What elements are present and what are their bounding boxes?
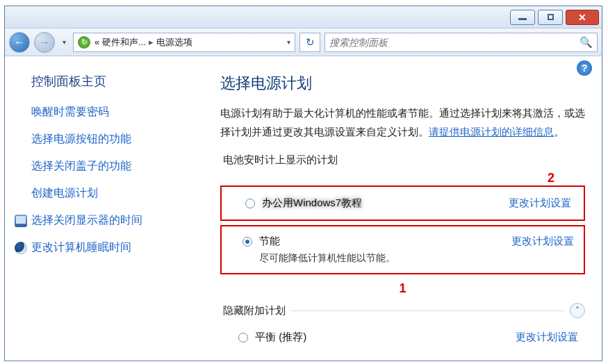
nav-toolbar: ← → ▾ « 硬件和声... ▸ 电源选项 ▾ ↻ 🔍 xyxy=(5,28,602,56)
maximize-button[interactable] xyxy=(538,10,563,25)
desc-period: 。 xyxy=(554,126,564,138)
sidebar-item-create-plan[interactable]: 创建电源计划 xyxy=(31,186,204,201)
sidebar: 控制面板主页 唤醒时需要密码 选择电源按钮的功能 选择关闭盖子的功能 创建电源计… xyxy=(5,56,213,361)
minimize-button[interactable] xyxy=(510,10,535,25)
plan-name-0[interactable]: 办公用Windows7教程 xyxy=(262,197,500,210)
moon-icon xyxy=(15,242,27,254)
breadcrumb-level2[interactable]: 电源选项 xyxy=(156,36,192,49)
annotation-1: 1 xyxy=(220,281,585,296)
arrow-left-icon: ← xyxy=(14,36,25,49)
arrow-right-icon: → xyxy=(39,36,50,49)
plan-name-1[interactable]: 节能 xyxy=(259,235,503,248)
change-plan-link-1[interactable]: 更改计划设置 xyxy=(511,235,574,248)
sidebar-item-password[interactable]: 唤醒时需要密码 xyxy=(31,105,204,119)
plan-desc-1: 尽可能降低计算机性能以节能。 xyxy=(259,252,503,265)
close-button[interactable]: ✕ xyxy=(566,10,599,25)
plan-row-2: 平衡 (推荐) 更改计划设置 xyxy=(220,325,585,349)
back-button[interactable]: ← xyxy=(9,32,30,53)
annotation-box-2: 办公用Windows7教程 更改计划设置 xyxy=(220,185,585,221)
breadcrumb-level1[interactable]: 硬件和声... xyxy=(102,36,146,49)
section-hidden-label: 隐藏附加计划 ˄ xyxy=(223,303,585,318)
annotation-box-1: 节能 尽可能降低计算机性能以节能。 更改计划设置 xyxy=(220,225,585,274)
page-description: 电源计划有助于最大化计算机的性能或者节能。通过选择计划来将其激活，或选择计划并通… xyxy=(220,104,585,141)
main-panel: ? 选择电源计划 电源计划有助于最大化计算机的性能或者节能。通过选择计划来将其激… xyxy=(213,56,602,361)
plan-text-2: 平衡 (推荐) xyxy=(255,331,507,344)
page-title: 选择电源计划 xyxy=(220,73,585,94)
breadcrumb-chevron-icon: « xyxy=(95,37,99,47)
breadcrumb-bar[interactable]: « 硬件和声... ▸ 电源选项 ▾ xyxy=(73,33,295,52)
content-area: 控制面板主页 唤醒时需要密码 选择电源按钮的功能 选择关闭盖子的功能 创建电源计… xyxy=(5,56,602,361)
plan-text-0: 办公用Windows7教程 xyxy=(262,197,500,210)
forward-button[interactable]: → xyxy=(34,32,55,53)
minimize-icon xyxy=(518,18,527,20)
plan-row-1: 节能 尽可能降低计算机性能以节能。 更改计划设置 xyxy=(224,229,581,270)
refresh-icon: ↻ xyxy=(306,36,315,49)
sidebar-item-lid[interactable]: 选择关闭盖子的功能 xyxy=(31,159,204,174)
section-battery-label: 电池安时计上显示的计划 xyxy=(223,154,585,167)
sidebar-item-display-off[interactable]: 选择关闭显示器的时间 xyxy=(15,213,204,228)
chevron-down-icon[interactable]: ▾ xyxy=(287,38,290,46)
plan-radio-2[interactable] xyxy=(238,333,248,342)
close-icon: ✕ xyxy=(578,13,586,22)
plan-text-1: 节能 尽可能降低计算机性能以节能。 xyxy=(259,235,503,265)
sidebar-item-sleep[interactable]: 更改计算机睡眠时间 xyxy=(15,240,204,255)
sidebar-home-link[interactable]: 控制面板主页 xyxy=(31,73,204,90)
sidebar-item-label: 更改计算机睡眠时间 xyxy=(31,240,131,255)
control-panel-window: ✕ ← → ▾ « 硬件和声... ▸ 电源选项 ▾ ↻ 🔍 控制面板主页 唤醒… xyxy=(4,6,602,361)
chevron-up-icon: ˄ xyxy=(575,306,580,315)
section-hidden-text: 隐藏附加计划 xyxy=(223,304,286,317)
plan-row-0: 办公用Windows7教程 更改计划设置 xyxy=(227,191,578,215)
plan-radio-0[interactable] xyxy=(245,199,255,208)
annotation-2: 2 xyxy=(220,171,554,185)
desc-link[interactable]: 请提供电源计划的详细信息 xyxy=(429,126,554,138)
sidebar-item-power-button[interactable]: 选择电源按钮的功能 xyxy=(31,132,204,147)
help-icon: ? xyxy=(582,63,588,74)
change-plan-link-2[interactable]: 更改计划设置 xyxy=(516,331,578,344)
help-button[interactable]: ? xyxy=(577,60,592,76)
divider xyxy=(291,311,564,311)
control-panel-icon xyxy=(78,36,90,49)
search-icon: 🔍 xyxy=(580,36,593,49)
window-titlebar: ✕ xyxy=(5,6,602,28)
nav-history-dropdown[interactable]: ▾ xyxy=(59,32,69,53)
sidebar-item-label: 选择关闭显示器的时间 xyxy=(31,213,142,228)
refresh-button[interactable]: ↻ xyxy=(299,33,320,52)
plan-radio-1[interactable] xyxy=(243,237,252,247)
change-plan-link-0[interactable]: 更改计划设置 xyxy=(509,197,571,210)
maximize-icon xyxy=(548,14,554,20)
plan-name-2[interactable]: 平衡 (推荐) xyxy=(255,331,507,344)
expand-button[interactable]: ˄ xyxy=(570,303,585,318)
search-box[interactable]: 🔍 xyxy=(324,33,598,52)
chevron-right-icon: ▸ xyxy=(149,37,154,47)
monitor-icon xyxy=(15,215,27,227)
search-input[interactable] xyxy=(329,37,580,48)
